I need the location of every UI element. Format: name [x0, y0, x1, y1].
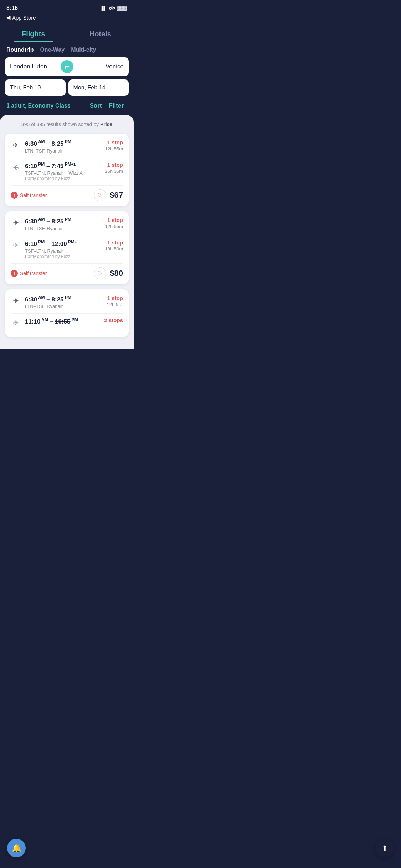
- outbound-leg: ✈ 6:30 AM – 8:25 PM LTN–TSF, Ryanair 1 s…: [11, 139, 123, 154]
- inbound-times: 6:10 PM – 7:45 PM+1: [25, 162, 101, 170]
- time-separator: –: [46, 241, 51, 247]
- departure-date-value: Thu, Feb 10: [10, 84, 41, 91]
- departure-date-field[interactable]: Thu, Feb 10: [5, 79, 66, 96]
- inbound-arrive-time: 12:00: [51, 241, 67, 247]
- airline-icon-inbound: ✈: [11, 240, 21, 250]
- outbound-times: 6:30 AM – 8:25 PM: [25, 295, 102, 303]
- options-bar: 1 adult, Economy Class Sort Filter: [0, 101, 134, 115]
- outbound-arrive-time: 8:25: [52, 296, 64, 303]
- price-area: ♡ $80: [94, 267, 123, 279]
- outbound-depart-period: AM: [37, 295, 45, 300]
- inbound-depart-time: 6:10: [25, 241, 37, 247]
- trip-type-oneway[interactable]: One-Way: [40, 47, 65, 53]
- return-date-field[interactable]: Mon, Feb 14: [68, 79, 129, 96]
- origin-field[interactable]: London Luton: [5, 57, 67, 76]
- leg-separator: [11, 313, 123, 314]
- plane-icon-3: ✈: [13, 319, 19, 327]
- self-transfer-label: Self transfer: [20, 192, 47, 198]
- inbound-arrive-period: PM: [63, 162, 71, 167]
- inbound-route: TSF–LTN, Ryanair + Wizz Air: [25, 170, 101, 176]
- results-area: 395 of 395 results shown sorted by Price…: [0, 115, 134, 349]
- route-input: London Luton ⇄ Venice: [5, 57, 129, 76]
- inbound-arrive-time: 10:55: [55, 318, 70, 325]
- outbound-arrive-period: PM: [64, 139, 71, 144]
- passengers-label: 1 adult, Economy Class: [6, 103, 71, 109]
- outbound-arrive-period: PM: [64, 217, 71, 222]
- outbound-route: LTN–TSF, Ryanair: [25, 148, 101, 154]
- inbound-leg: ✈ 6:10 PM – 7:45 PM+1 TSF–LTN, Ryanair +…: [11, 162, 123, 181]
- time-separator: –: [46, 140, 51, 147]
- favorite-button[interactable]: ♡: [94, 189, 106, 201]
- plane-icon: ✈: [13, 218, 19, 227]
- airline-icon-inbound: ✈: [11, 162, 21, 172]
- time-separator: –: [46, 162, 51, 169]
- inbound-stop-info: 2 stops: [104, 317, 123, 323]
- price-area: ♡ $67: [94, 189, 123, 201]
- app-store-back[interactable]: ◀ App Store: [0, 14, 134, 24]
- card-footer: ! Self transfer ♡ $80: [11, 263, 123, 279]
- outbound-depart-time: 6:30: [25, 140, 37, 147]
- outbound-duration: 12h 5…: [107, 302, 123, 307]
- outbound-times: 6:30 AM – 8:25 PM: [25, 217, 101, 225]
- outbound-duration: 12h 55m: [105, 146, 123, 151]
- leg-separator: [11, 236, 123, 236]
- inbound-stops: 2 stops: [104, 317, 123, 323]
- inbound-duration: 26h 35m: [105, 169, 123, 174]
- outbound-depart-period: AM: [37, 217, 45, 222]
- outbound-stop-info: 1 stop 12h 5…: [107, 295, 123, 307]
- outbound-depart-time: 6:30: [25, 296, 37, 303]
- origin-value: London Luton: [10, 63, 47, 70]
- outbound-stops: 1 stop: [105, 217, 123, 223]
- outbound-stops: 1 stop: [107, 295, 123, 301]
- inbound-arrive-time: 7:45: [51, 162, 63, 169]
- inbound-operated: Partly operated by Buzz: [25, 254, 101, 259]
- inbound-leg-info: 11:10 AM – 10:55 PM: [25, 317, 100, 325]
- sort-button[interactable]: Sort: [86, 102, 105, 109]
- inbound-leg: ✈ 11:10 AM – 10:55 PM 2 stops: [11, 317, 123, 328]
- outbound-stop-info: 1 stop 12h 55m: [105, 139, 123, 151]
- outbound-arrive-period: PM: [64, 295, 71, 300]
- inbound-operated: Partly operated by Buzz: [25, 176, 101, 181]
- filter-button[interactable]: Filter: [105, 102, 127, 109]
- self-transfer-info: ! Self transfer: [11, 192, 47, 199]
- inbound-depart-time: 6:10: [25, 162, 37, 169]
- flight-card[interactable]: ✈ 6:30 AM – 8:25 PM LTN–TSF, Ryanair 1 s…: [5, 289, 129, 337]
- plane-icon: ✈: [13, 141, 19, 149]
- leg-separator: [11, 158, 123, 158]
- app-store-label: App Store: [12, 15, 36, 21]
- time-separator: –: [50, 318, 55, 325]
- battery-icon: ▓▓▓: [117, 6, 127, 11]
- outbound-duration: 12h 55m: [105, 224, 123, 229]
- back-chevron-icon: ◀: [6, 14, 11, 21]
- wifi-icon: [109, 5, 115, 11]
- inbound-plus-day: +1: [71, 162, 76, 166]
- results-count-text: 395 of 395 results shown sorted by: [21, 122, 99, 127]
- tab-bar: Flights Hotels: [0, 24, 134, 42]
- plane-icon: ✈: [13, 296, 19, 305]
- inbound-stops: 1 stop: [105, 162, 123, 168]
- inbound-leg-info: 6:10 PM – 12:00 PM+1 TSF–LTN, Ryanair Pa…: [25, 239, 101, 259]
- passengers-info[interactable]: 1 adult, Economy Class: [6, 103, 86, 109]
- swap-button[interactable]: ⇄: [61, 60, 73, 73]
- time-separator: –: [46, 218, 51, 225]
- tab-hotels[interactable]: Hotels: [67, 27, 134, 42]
- tab-flights[interactable]: Flights: [0, 27, 67, 42]
- self-transfer-label: Self transfer: [20, 270, 47, 276]
- trip-type-multicity[interactable]: Multi-city: [71, 47, 96, 53]
- signal-icon: ▐▌: [100, 6, 107, 11]
- inbound-duration: 18h 50m: [105, 246, 123, 252]
- results-summary: 395 of 395 results shown sorted by Price: [5, 122, 129, 127]
- price-tag: $80: [110, 269, 123, 278]
- date-input: Thu, Feb 10 Mon, Feb 14: [5, 79, 129, 96]
- airline-icon-outbound: ✈: [11, 140, 21, 150]
- flight-card[interactable]: ✈ 6:30 AM – 8:25 PM LTN–TSF, Ryanair 1 s…: [5, 134, 129, 206]
- destination-field[interactable]: Venice: [67, 57, 129, 76]
- inbound-arrive-period: PM: [70, 317, 78, 322]
- inbound-depart-period: PM: [37, 162, 45, 167]
- flight-card[interactable]: ✈ 6:30 AM – 8:25 PM LTN–TSF, Ryanair 1 s…: [5, 211, 129, 284]
- plane-return-icon: ✈: [13, 163, 19, 172]
- inbound-leg: ✈ 6:10 PM – 12:00 PM+1 TSF–LTN, Ryanair …: [11, 239, 123, 259]
- favorite-button[interactable]: ♡: [94, 267, 106, 279]
- outbound-leg: ✈ 6:30 AM – 8:25 PM LTN–TSF, Ryanair 1 s…: [11, 217, 123, 231]
- trip-type-roundtrip[interactable]: Roundtrip: [6, 47, 34, 53]
